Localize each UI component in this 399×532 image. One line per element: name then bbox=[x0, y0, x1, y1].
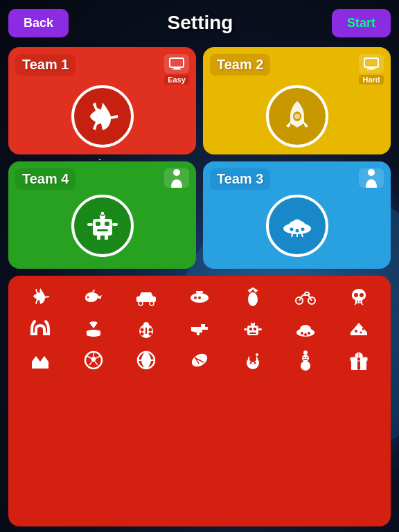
svg-rect-17 bbox=[97, 236, 100, 240]
back-button[interactable]: Back bbox=[8, 9, 69, 37]
svg-rect-15 bbox=[87, 223, 93, 226]
panel-bikini-icon[interactable] bbox=[80, 314, 107, 342]
team-4-card[interactable]: Team 4 bbox=[8, 161, 196, 269]
svg-point-7 bbox=[294, 114, 300, 119]
team-2-icon-area bbox=[210, 85, 384, 148]
svg-point-63 bbox=[360, 332, 362, 334]
panel-snowman-icon[interactable] bbox=[292, 346, 319, 374]
panel-basketball-icon[interactable] bbox=[132, 346, 160, 374]
team-2-badge-label: Hard bbox=[359, 75, 383, 85]
svg-rect-0 bbox=[170, 58, 184, 67]
team-1-card[interactable]: Team 1 Easy bbox=[8, 47, 196, 154]
svg-rect-56 bbox=[258, 328, 262, 330]
svg-point-81 bbox=[249, 362, 251, 364]
robot-icon bbox=[71, 195, 134, 257]
panel-motorcycle-icon[interactable] bbox=[292, 283, 319, 310]
panel-horseshoe-icon[interactable] bbox=[26, 314, 54, 342]
svg-rect-52 bbox=[249, 332, 256, 334]
airplane-icon bbox=[71, 85, 134, 148]
svg-rect-50 bbox=[249, 328, 252, 330]
svg-point-22 bbox=[293, 219, 301, 227]
svg-point-64 bbox=[362, 328, 364, 330]
svg-point-28 bbox=[139, 301, 143, 305]
svg-rect-51 bbox=[254, 328, 256, 330]
svg-point-14 bbox=[100, 211, 105, 215]
svg-point-61 bbox=[308, 332, 310, 335]
svg-rect-12 bbox=[97, 229, 108, 231]
svg-point-84 bbox=[302, 355, 309, 362]
icon-panel bbox=[8, 276, 391, 526]
team-2-header: Team 2 Hard bbox=[210, 54, 384, 85]
team-1-badge[interactable]: Easy bbox=[164, 54, 189, 85]
svg-point-29 bbox=[150, 301, 154, 305]
svg-point-54 bbox=[251, 321, 254, 323]
panel-gift-icon[interactable] bbox=[345, 346, 373, 374]
svg-rect-2 bbox=[172, 69, 181, 70]
team-4-icon-area bbox=[15, 190, 189, 262]
svg-point-34 bbox=[198, 296, 201, 299]
svg-line-69 bbox=[96, 356, 100, 358]
panel-cheese-icon[interactable] bbox=[345, 314, 373, 342]
team-2-badge[interactable]: Hard bbox=[359, 54, 384, 85]
icon-row-2 bbox=[14, 314, 385, 342]
page-title: Setting bbox=[168, 12, 233, 34]
svg-point-80 bbox=[256, 353, 258, 356]
team-4-header: Team 4 bbox=[15, 168, 189, 190]
svg-rect-16 bbox=[112, 223, 118, 226]
svg-line-72 bbox=[87, 356, 91, 358]
panel-car-icon[interactable] bbox=[132, 283, 160, 310]
panel-santa-icon[interactable] bbox=[239, 346, 267, 374]
svg-point-24 bbox=[295, 229, 299, 233]
svg-point-38 bbox=[354, 293, 358, 297]
ufo-icon bbox=[266, 195, 328, 257]
panel-ladybug-icon[interactable] bbox=[132, 314, 160, 342]
svg-point-25 bbox=[301, 228, 304, 231]
svg-line-70 bbox=[95, 362, 98, 365]
team-3-card[interactable]: Team 3 bbox=[203, 161, 391, 269]
panel-crown-icon[interactable] bbox=[26, 346, 54, 374]
panel-gun-icon[interactable] bbox=[186, 314, 213, 342]
svg-point-85 bbox=[303, 351, 308, 355]
svg-point-8 bbox=[173, 169, 180, 176]
svg-point-60 bbox=[304, 333, 307, 336]
monitor-icon-2 bbox=[359, 54, 384, 73]
icon-row-1 bbox=[14, 283, 385, 310]
team-2-name: Team 2 bbox=[210, 54, 270, 76]
svg-marker-67 bbox=[91, 356, 96, 362]
team-4-badge[interactable] bbox=[164, 168, 189, 188]
svg-rect-3 bbox=[364, 58, 378, 67]
svg-point-26 bbox=[87, 296, 89, 299]
panel-pineapple-icon[interactable] bbox=[239, 283, 267, 310]
teams-grid: Team 1 Easy Team 2 bbox=[8, 47, 391, 269]
svg-line-71 bbox=[89, 362, 92, 365]
panel-skull-icon[interactable] bbox=[345, 283, 373, 310]
person-icon-3 bbox=[359, 168, 384, 188]
panel-robot-icon[interactable] bbox=[239, 314, 267, 342]
panel-airplane-icon[interactable] bbox=[26, 283, 54, 310]
svg-rect-65 bbox=[32, 366, 48, 369]
monitor-icon bbox=[164, 54, 189, 73]
svg-point-48 bbox=[143, 322, 149, 328]
panel-ufo-icon[interactable] bbox=[292, 314, 319, 342]
svg-point-23 bbox=[290, 228, 293, 231]
rocket-icon bbox=[266, 85, 328, 148]
team-1-badge-label: Easy bbox=[164, 75, 189, 85]
panel-soccer-icon[interactable] bbox=[80, 346, 107, 374]
panel-football-icon[interactable] bbox=[186, 346, 213, 374]
svg-point-35 bbox=[248, 292, 258, 306]
team-3-header: Team 3 bbox=[210, 168, 384, 190]
team-2-card[interactable]: Team 2 Hard bbox=[203, 47, 391, 154]
panel-submarine-icon[interactable] bbox=[186, 283, 213, 310]
header: Back Setting Start bbox=[8, 6, 391, 40]
team-1-name: Team 1 bbox=[15, 54, 76, 76]
svg-point-87 bbox=[306, 357, 308, 358]
svg-rect-9 bbox=[93, 219, 112, 236]
svg-rect-55 bbox=[244, 328, 247, 330]
svg-point-44 bbox=[141, 328, 144, 332]
start-button[interactable]: Start bbox=[332, 9, 391, 37]
svg-rect-1 bbox=[174, 67, 179, 69]
team-1-header: Team 1 Easy bbox=[15, 54, 189, 85]
panel-whale-icon[interactable] bbox=[80, 283, 107, 310]
team-4-name: Team 4 bbox=[15, 168, 76, 190]
team-3-badge[interactable] bbox=[359, 168, 384, 188]
